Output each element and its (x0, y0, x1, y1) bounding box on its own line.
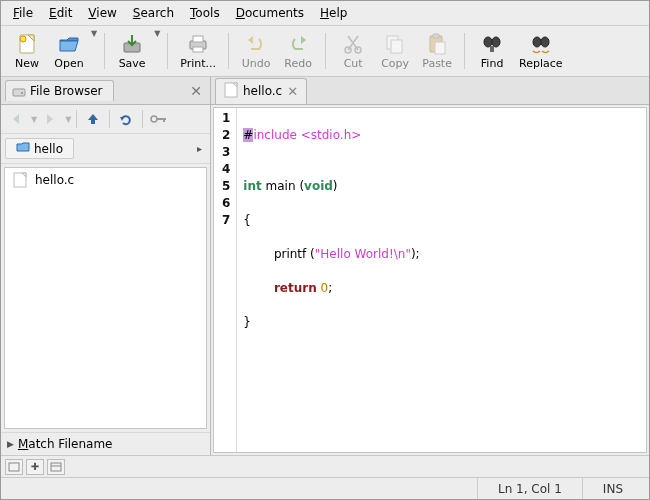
svg-marker-24 (47, 114, 53, 124)
path-segment-label: hello (34, 142, 63, 156)
code-editor[interactable]: 1 2 3 4 5 6 7 #include <stdio.h> int mai… (213, 107, 647, 453)
redo-label: Redo (284, 57, 312, 70)
svg-rect-18 (490, 46, 494, 52)
svg-point-22 (21, 92, 23, 94)
svg-rect-21 (13, 89, 25, 96)
toolbar-separator (228, 33, 229, 69)
code-content[interactable]: #include <stdio.h> int main (void) { pri… (237, 108, 425, 452)
toolbar-separator (464, 33, 465, 69)
redo-icon (286, 32, 310, 56)
print-label: Print... (180, 57, 216, 70)
svg-point-28 (151, 116, 157, 122)
print-button[interactable]: Print... (175, 29, 221, 73)
svg-rect-6 (193, 47, 203, 52)
nav-back-button[interactable] (5, 108, 27, 130)
path-segment-hello[interactable]: hello (5, 138, 74, 159)
svg-rect-30 (163, 118, 165, 122)
cut-label: Cut (344, 57, 363, 70)
svg-point-17 (492, 37, 500, 47)
file-browser-tab[interactable]: File Browser (5, 80, 114, 101)
file-tree[interactable]: hello.c (4, 167, 207, 429)
toolbar-separator (325, 33, 326, 69)
cut-button[interactable]: Cut (333, 29, 373, 73)
editor-pane: hello.c ✕ 1 2 3 4 5 6 7 #include <stdio.… (211, 77, 649, 455)
match-filename-row[interactable]: ▶ Match Filename (1, 432, 210, 455)
status-bar: Ln 1, Col 1 INS (1, 477, 649, 499)
line-number-gutter: 1 2 3 4 5 6 7 (214, 108, 237, 452)
side-panel: File Browser ✕ ▼ ▼ hello ▸ (1, 77, 211, 455)
svg-point-16 (484, 37, 492, 47)
side-panel-close-icon[interactable]: ✕ (186, 83, 206, 99)
nav-up-button[interactable] (82, 108, 104, 130)
menu-file[interactable]: File (5, 3, 41, 23)
drive-icon (12, 84, 26, 98)
find-button[interactable]: Find (472, 29, 512, 73)
redo-button[interactable]: Redo (278, 29, 318, 73)
nav-separator (76, 110, 77, 128)
folder-icon (16, 141, 30, 156)
open-dropdown-icon[interactable]: ▼ (91, 29, 97, 38)
path-overflow-icon[interactable]: ▸ (197, 143, 206, 154)
menu-view[interactable]: View (80, 3, 124, 23)
path-bar: hello ▸ (1, 134, 210, 164)
menu-search[interactable]: Search (125, 3, 182, 23)
save-button[interactable]: Save (112, 29, 152, 73)
svg-point-19 (533, 37, 541, 47)
status-position: Ln 1, Col 1 (477, 478, 582, 499)
cut-icon (341, 32, 365, 56)
side-panel-tabs: File Browser ✕ (1, 77, 210, 105)
svg-marker-23 (13, 114, 19, 124)
menu-documents[interactable]: Documents (228, 3, 312, 23)
file-icon (13, 172, 29, 188)
bottom-panel-button-1[interactable] (5, 459, 23, 475)
document-tabs: hello.c ✕ (211, 77, 649, 105)
print-icon (186, 32, 210, 56)
nav-back-dropdown-icon[interactable]: ▼ (31, 115, 37, 124)
paste-button[interactable]: Paste (417, 29, 457, 73)
open-button[interactable]: Open (49, 29, 89, 73)
menu-help[interactable]: Help (312, 3, 355, 23)
bottom-panel-button-2[interactable]: ✚ (26, 459, 44, 475)
menu-tools[interactable]: Tools (182, 3, 228, 23)
nav-key-button[interactable] (148, 108, 170, 130)
match-filename-label: Match Filename (18, 437, 113, 451)
document-tab-close-icon[interactable]: ✕ (287, 84, 298, 99)
copy-label: Copy (381, 57, 409, 70)
replace-button[interactable]: Replace (514, 29, 568, 73)
new-button[interactable]: New (7, 29, 47, 73)
bottom-panel-button-3[interactable] (47, 459, 65, 475)
file-browser-nav: ▼ ▼ (1, 105, 210, 134)
paste-icon (425, 32, 449, 56)
new-file-icon (15, 32, 39, 56)
main-split: File Browser ✕ ▼ ▼ hello ▸ (1, 77, 649, 455)
copy-icon (383, 32, 407, 56)
svg-marker-7 (248, 36, 253, 44)
replace-icon (529, 32, 553, 56)
file-browser-tab-label: File Browser (30, 84, 103, 98)
file-item[interactable]: hello.c (5, 168, 206, 192)
svg-rect-12 (391, 40, 402, 53)
svg-rect-15 (435, 42, 445, 54)
replace-label: Replace (519, 57, 563, 70)
file-icon (224, 82, 238, 101)
document-tab-hello-c[interactable]: hello.c ✕ (215, 78, 307, 104)
undo-icon (244, 32, 268, 56)
expand-triangle-icon: ▶ (7, 439, 14, 449)
undo-button[interactable]: Undo (236, 29, 276, 73)
svg-marker-27 (120, 117, 124, 121)
new-label: New (15, 57, 39, 70)
copy-button[interactable]: Copy (375, 29, 415, 73)
nav-refresh-button[interactable] (115, 108, 137, 130)
open-folder-icon (57, 32, 81, 56)
find-icon (480, 32, 504, 56)
toolbar: New Open ▼ Save ▼ Print... Undo (1, 26, 649, 77)
status-insert-mode[interactable]: INS (582, 478, 643, 499)
nav-forward-button[interactable] (39, 108, 61, 130)
menu-edit[interactable]: Edit (41, 3, 80, 23)
nav-forward-dropdown-icon[interactable]: ▼ (65, 115, 71, 124)
svg-point-20 (541, 37, 549, 47)
svg-rect-35 (9, 463, 19, 471)
save-dropdown-icon[interactable]: ▼ (154, 29, 160, 38)
menu-bar: File Edit View Search Tools Documents He… (1, 1, 649, 26)
text-cursor: # (243, 128, 253, 142)
